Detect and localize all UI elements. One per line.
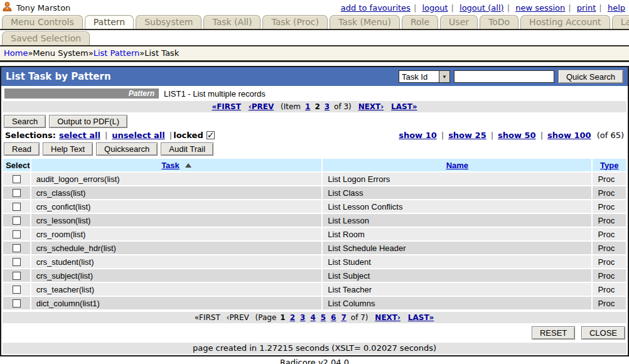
locked-label: locked xyxy=(173,131,203,140)
show-100-link[interactable]: show 100 xyxy=(547,131,591,140)
tab-role[interactable]: Role xyxy=(402,15,438,29)
last-page-link[interactable]: LAST» xyxy=(408,313,434,322)
select-all-link[interactable]: select all xyxy=(59,131,100,140)
type-cell: Proc xyxy=(593,255,626,268)
type-cell: Proc xyxy=(593,200,626,213)
table-row: crs_class(list) List Class Proc xyxy=(3,186,626,199)
item-1-link[interactable]: 1 xyxy=(305,102,310,111)
reset-button[interactable]: RESET xyxy=(532,326,575,340)
row-checkbox[interactable] xyxy=(13,189,21,197)
task-column-header: Task xyxy=(31,159,322,171)
table-row: crs_teacher(list) List Teacher Proc xyxy=(3,283,626,296)
type-cell: Proc xyxy=(593,173,626,185)
tab-subsystem[interactable]: Subsystem xyxy=(136,15,202,29)
type-sort-link[interactable]: Type xyxy=(600,161,618,170)
task-sort-link[interactable]: Task xyxy=(161,161,180,170)
breadcrumb-list-pattern-link[interactable]: List Pattern xyxy=(94,48,140,58)
select-cell xyxy=(3,214,30,227)
type-cell: Proc xyxy=(593,283,626,296)
output-pdf-button[interactable]: Output to PDF(L) xyxy=(49,115,127,128)
row-checkbox[interactable] xyxy=(13,299,21,308)
table-header-row: Select Task Name Type xyxy=(3,159,626,171)
show-25-link[interactable]: show 25 xyxy=(448,131,487,140)
tab-hosting-account[interactable]: Hosting Account xyxy=(520,15,610,29)
tab-task-menu[interactable]: Task (Menu) xyxy=(330,15,400,29)
audit-trail-button[interactable]: Audit Trail xyxy=(161,142,213,156)
next-page-link[interactable]: NEXT› xyxy=(375,313,401,322)
select-cell xyxy=(3,242,30,254)
type-cell: Proc xyxy=(593,269,626,282)
row-checkbox[interactable] xyxy=(13,175,21,183)
first-item-link[interactable]: «FIRST xyxy=(212,102,240,111)
print-link[interactable]: print xyxy=(577,3,596,13)
page-7-link[interactable]: 7 xyxy=(341,313,346,322)
name-cell: List Class xyxy=(323,186,591,199)
item-3-link[interactable]: 3 xyxy=(325,102,330,111)
close-button[interactable]: CLOSE xyxy=(581,326,625,340)
username: Tony Marston xyxy=(16,3,70,13)
link-separator: | xyxy=(568,3,571,13)
help-text-button[interactable]: Help Text xyxy=(43,142,93,156)
logout-all-link[interactable]: logout (all) xyxy=(460,3,504,13)
table-row: crs_subject(list) List Subject Proc xyxy=(3,269,626,282)
tab-saved-selection[interactable]: Saved Selection xyxy=(2,31,90,45)
name-cell: List Subject xyxy=(323,269,591,282)
page-5-link[interactable]: 5 xyxy=(321,313,326,322)
select-cell xyxy=(3,283,30,296)
read-button[interactable]: Read xyxy=(4,142,40,156)
name-sort-link[interactable]: Name xyxy=(446,161,468,170)
tab-user[interactable]: User xyxy=(440,15,478,29)
table-row: crs_lesson(list) List Lesson Proc xyxy=(3,214,626,227)
page-6-link[interactable]: 6 xyxy=(331,313,336,322)
row-checkbox[interactable] xyxy=(13,258,21,266)
show-10-link[interactable]: show 10 xyxy=(399,131,437,140)
next-item-link[interactable]: NEXT› xyxy=(358,102,384,111)
row-checkbox[interactable] xyxy=(13,272,21,280)
search-field-select[interactable]: Task Id ▼ xyxy=(399,70,450,83)
tab-pattern[interactable]: Pattern xyxy=(85,15,134,29)
help-link[interactable]: help xyxy=(608,3,625,13)
separator: | xyxy=(540,131,543,140)
row-checkbox[interactable] xyxy=(13,286,21,294)
selections-label: Selections: xyxy=(5,131,56,140)
locked-checkbox[interactable] xyxy=(207,131,215,139)
quicksearch-button[interactable]: Quicksearch xyxy=(96,142,158,156)
tab-task-all[interactable]: Task (All) xyxy=(203,15,261,29)
quick-search-button[interactable]: Quick Search xyxy=(558,70,623,83)
unselect-all-link[interactable]: unselect all xyxy=(112,131,164,140)
type-cell: Proc xyxy=(593,242,626,254)
current-item-number: 2 xyxy=(314,102,320,111)
add-to-favourites-link[interactable]: add to favourites xyxy=(341,3,411,13)
page-4-link[interactable]: 4 xyxy=(310,313,315,322)
page-3-link[interactable]: 3 xyxy=(300,313,305,322)
task-cell: dict_column(list1) xyxy=(31,297,322,309)
record-toolbar: Read Help Text Quicksearch Audit Trail xyxy=(1,141,628,158)
prev-item-link[interactable]: ‹PREV xyxy=(249,102,274,111)
select-column-header: Select xyxy=(3,159,30,171)
breadcrumb-home-link[interactable]: Home xyxy=(4,48,28,58)
type-column-header: Type xyxy=(593,159,626,171)
tab-task-proc[interactable]: Task (Proc) xyxy=(262,15,328,29)
separator: | xyxy=(105,131,107,140)
tab-todo[interactable]: ToDo xyxy=(480,15,519,29)
last-item-link[interactable]: LAST» xyxy=(391,102,417,111)
logout-link[interactable]: logout xyxy=(422,3,448,13)
breadcrumb-menu-system: Menu System xyxy=(33,48,88,58)
tab-languages[interactable]: Languages xyxy=(612,15,629,29)
quick-search-input[interactable] xyxy=(454,70,554,83)
row-checkbox[interactable] xyxy=(13,203,21,211)
show-50-link[interactable]: show 50 xyxy=(498,131,536,140)
row-checkbox[interactable] xyxy=(13,217,21,225)
search-button[interactable]: Search xyxy=(4,115,46,128)
task-cell: crs_room(list) xyxy=(31,228,322,240)
task-cell: crs_class(list) xyxy=(31,186,322,199)
new-session-link[interactable]: new session xyxy=(515,3,565,13)
select-cell xyxy=(3,200,30,213)
name-cell: List Teacher xyxy=(323,283,591,296)
name-cell: List Lesson Conflicts xyxy=(323,200,591,213)
page-count-prefix: (Page xyxy=(255,313,277,322)
page-2-link[interactable]: 2 xyxy=(290,313,295,322)
row-checkbox[interactable] xyxy=(13,230,21,238)
row-checkbox[interactable] xyxy=(13,244,21,252)
tab-menu-controls[interactable]: Menu Controls xyxy=(2,15,83,29)
